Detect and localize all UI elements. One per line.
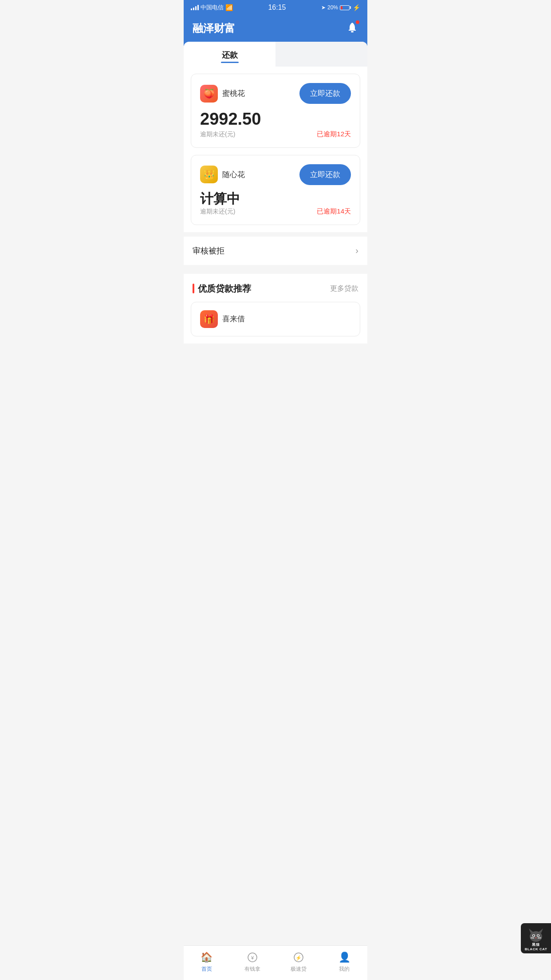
notification-bell-button[interactable] (346, 21, 358, 36)
amount-section-mitaohua: 2992.50 逾期未还(元) (200, 110, 261, 138)
rejected-text: 审核被拒 (193, 245, 224, 256)
amount-value-suixinhua: 计算中 (200, 191, 240, 206)
brand-icon-suixinhua: 👑 (200, 166, 218, 183)
amount-value-mitaohua: 2992.50 (200, 110, 261, 129)
repay-button-mitaohua[interactable]: 立即还款 (299, 83, 351, 104)
rec-header: 优质贷款推荐 更多贷款 (184, 274, 367, 302)
signal-icon (191, 5, 199, 10)
status-right: ➤ 20% ⚡ (321, 4, 360, 11)
more-loans-button[interactable]: 更多贷款 (330, 284, 358, 293)
loan-card-mitaohua: 🍑 蜜桃花 立即还款 2992.50 逾期未还(元) 已逾期12天 (191, 74, 360, 148)
status-bar: 中国电信 📶 16:15 ➤ 20% ⚡ (184, 0, 367, 14)
rec-card-brand-xilaijie: 🎁 喜来借 (200, 310, 351, 328)
loan-cards-section: 🍑 蜜桃花 立即还款 2992.50 逾期未还(元) 已逾期12天 👑 (184, 67, 367, 232)
rec-cards-list: 🎁 喜来借 (184, 302, 367, 344)
card-brand-mitaohua: 🍑 蜜桃花 (200, 85, 245, 103)
battery-percent: 20% (327, 4, 338, 11)
brand-name-mitaohua: 蜜桃花 (222, 88, 245, 99)
wifi-icon: 📶 (225, 4, 233, 11)
status-left: 中国电信 📶 (191, 4, 233, 12)
rec-title-text: 优质贷款推荐 (198, 283, 251, 295)
carrier-text: 中国电信 (201, 4, 224, 12)
tab-borrow[interactable] (276, 42, 367, 67)
tabs-container: 还款 (184, 42, 367, 67)
notification-dot (356, 20, 359, 24)
rec-title: 优质贷款推荐 (193, 283, 251, 295)
tab-repay[interactable]: 还款 (184, 42, 276, 67)
recommendations-section: 优质贷款推荐 更多贷款 🎁 喜来借 (184, 274, 367, 344)
chevron-right-icon: › (355, 245, 358, 256)
overdue-status-mitaohua: 已逾期12天 (317, 130, 351, 138)
amount-label-mitaohua: 逾期未还(元) (200, 130, 261, 138)
location-icon: ➤ (321, 4, 326, 11)
amount-label-suixinhua: 逾期未还(元) (200, 208, 240, 216)
divider-1 (184, 232, 367, 237)
rec-card-xilaijie[interactable]: 🎁 喜来借 (191, 302, 360, 336)
rejected-section[interactable]: 审核被拒 › (184, 237, 367, 265)
overdue-status-suixinhua: 已逾期14天 (317, 207, 351, 216)
app-title: 融泽财富 (193, 21, 235, 36)
card-brand-suixinhua: 👑 随心花 (200, 166, 245, 183)
loan-card-suixinhua: 👑 随心花 立即还款 计算中 逾期未还(元) 已逾期14天 (191, 155, 360, 225)
brand-name-suixinhua: 随心花 (222, 170, 245, 180)
rec-brand-name-xilaijie: 喜来借 (222, 314, 245, 324)
repay-button-suixinhua[interactable]: 立即还款 (299, 164, 351, 185)
charging-icon: ⚡ (353, 4, 360, 11)
brand-icon-xilaijie: 🎁 (200, 310, 218, 328)
status-time: 16:15 (268, 4, 286, 12)
svg-rect-0 (351, 31, 354, 32)
divider-2 (184, 265, 367, 269)
amount-section-suixinhua: 计算中 逾期未还(元) (200, 191, 240, 216)
brand-icon-mitaohua: 🍑 (200, 85, 218, 103)
battery-icon (340, 5, 351, 10)
rec-indicator (193, 284, 194, 293)
